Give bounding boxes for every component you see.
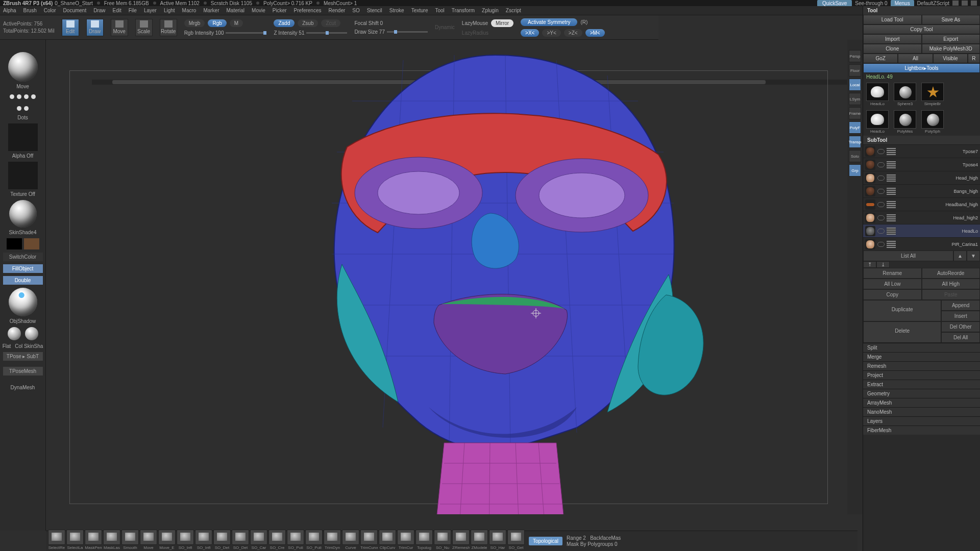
menu-color[interactable]: Color: [44, 8, 56, 13]
shelf-brush-23[interactable]: ZModele: [471, 530, 488, 550]
color-swatches[interactable]: [7, 238, 39, 249]
mirror-toggle[interactable]: Mirror: [491, 19, 513, 27]
fibermesh-section[interactable]: FiberMesh: [863, 425, 980, 435]
menu-preferences[interactable]: Preferences: [294, 8, 322, 13]
subtool-row[interactable]: Tpose4: [863, 158, 980, 171]
stroke-thumb[interactable]: [9, 92, 37, 113]
subtool-row[interactable]: Head_high2: [863, 211, 980, 224]
remesh-section[interactable]: Remesh: [863, 361, 980, 370]
make-polymesh-button[interactable]: Make PolyMesh3D: [922, 44, 981, 54]
menu-stencil[interactable]: Stencil: [367, 8, 382, 13]
eye-icon[interactable]: [877, 229, 885, 234]
append-button[interactable]: Append: [941, 300, 980, 311]
menu-edit[interactable]: Edit: [113, 8, 121, 13]
menu-layer[interactable]: Layer: [144, 8, 157, 13]
layers-section[interactable]: Layers: [863, 416, 980, 425]
shelf-brush-17[interactable]: TrimCurve: [360, 530, 378, 550]
menu-zscript[interactable]: Zscript: [506, 8, 521, 13]
persp-toggle[interactable]: Persp: [849, 50, 861, 62]
shelf-brush-11[interactable]: SO_Car: [250, 530, 267, 550]
move-down-button[interactable]: ▼: [967, 251, 980, 261]
save-as-button[interactable]: Save As: [922, 15, 981, 24]
double-button[interactable]: Double: [3, 276, 43, 285]
move-bottom-button[interactable]: ⤓: [876, 261, 890, 268]
subtool-row[interactable]: Head_high: [863, 171, 980, 184]
shelf-brush-4[interactable]: Smooth: [121, 530, 139, 550]
eye-icon[interactable]: [877, 176, 885, 181]
switchcolor-button[interactable]: SwitchColor: [3, 253, 43, 261]
menu-movie[interactable]: Movie: [252, 8, 265, 13]
tpose-subt-button[interactable]: TPose ▸ SubT: [3, 352, 43, 361]
preview-balls[interactable]: [8, 327, 38, 340]
sym-z-toggle[interactable]: >Z<: [564, 29, 582, 37]
menu-transform[interactable]: Transform: [452, 8, 475, 13]
shelf-brush-14[interactable]: SO_Poli: [305, 530, 323, 550]
duplicate-button[interactable]: Duplicate: [863, 300, 941, 321]
eye-icon[interactable]: [877, 189, 885, 194]
menu-so[interactable]: SO: [352, 8, 359, 13]
eye-icon[interactable]: [877, 149, 885, 154]
eye-icon[interactable]: [877, 202, 885, 207]
material-thumb[interactable]: [9, 200, 37, 228]
focal-shift-slider[interactable]: Focal Shift 0: [354, 20, 427, 26]
floor-toggle[interactable]: Floor: [849, 64, 861, 77]
goz-button[interactable]: GoZ: [863, 54, 898, 63]
shelf-brush-16[interactable]: Curve: [342, 530, 359, 550]
del-other-button[interactable]: Del Other: [941, 321, 980, 332]
goz-all-button[interactable]: All: [898, 54, 933, 63]
subtool-row[interactable]: Headband_high: [863, 197, 980, 211]
local-toggle[interactable]: Local: [849, 79, 861, 91]
menus-toggle[interactable]: Menus: [891, 0, 914, 7]
tool-thumb-2[interactable]: SimpleBr: [920, 83, 945, 106]
shelf-brush-6[interactable]: Move_E: [158, 530, 176, 550]
menu-light[interactable]: Light: [164, 8, 175, 13]
rename-button[interactable]: Rename: [863, 268, 922, 279]
shadow-thumb[interactable]: [9, 288, 37, 316]
move-top-button[interactable]: ⤒: [863, 261, 876, 268]
subtool-header[interactable]: SubTool: [863, 136, 980, 144]
shelf-brush-19[interactable]: TrimCur: [397, 530, 414, 550]
edit-mode-button[interactable]: Edit: [62, 19, 79, 36]
tool-thumb-1[interactable]: Sphere3: [893, 83, 917, 106]
shelf-brush-21[interactable]: SO_Nu: [434, 530, 451, 550]
lsym-toggle[interactable]: LSym: [849, 93, 861, 105]
delete-button[interactable]: Delete: [863, 321, 941, 343]
tool-thumb-0[interactable]: HeadLo: [865, 83, 890, 106]
all-high-button[interactable]: All High: [922, 279, 981, 289]
shelf-brush-10[interactable]: SO_Det: [232, 530, 249, 550]
shelf-brush-2[interactable]: MaskPen: [85, 530, 102, 550]
project-section[interactable]: Project: [863, 370, 980, 380]
eye-icon[interactable]: [877, 215, 885, 220]
shelf-brush-15[interactable]: TrimDyn: [324, 530, 341, 550]
eye-icon[interactable]: [877, 162, 885, 167]
menu-brush[interactable]: Brush: [23, 8, 37, 13]
subtool-row[interactable]: Tpose7: [863, 144, 980, 158]
menu-zplugin[interactable]: Zplugin: [482, 8, 499, 13]
autoreorder-button[interactable]: AutoReorde: [922, 268, 981, 279]
rgb-intensity-slider[interactable]: Rgb Intensity 100: [184, 30, 267, 36]
subtool-row[interactable]: Bangs_high: [863, 184, 980, 197]
nanomesh-section[interactable]: NanoMesh: [863, 407, 980, 416]
zsub-toggle[interactable]: Zsub: [298, 19, 318, 27]
shelf-brush-20[interactable]: Topolog: [415, 530, 433, 550]
grp-toggle[interactable]: Grp: [849, 164, 861, 177]
extract-section[interactable]: Extract: [863, 380, 980, 389]
all-low-button[interactable]: All Low: [863, 279, 922, 289]
solo-toggle[interactable]: Solo: [849, 150, 861, 162]
texture-thumb[interactable]: [8, 162, 38, 189]
goz-r-button[interactable]: R: [968, 54, 980, 63]
shelf-brush-8[interactable]: SO_Infl: [195, 530, 212, 550]
shelf-brush-18[interactable]: ClipCurv: [379, 530, 396, 550]
menu-alpha[interactable]: Alpha: [3, 8, 16, 13]
tool-thumb-4[interactable]: PolyMes: [893, 110, 917, 134]
tool-header[interactable]: Tool: [863, 6, 980, 15]
goz-visible-button[interactable]: Visible: [933, 54, 968, 63]
menu-marker[interactable]: Marker: [203, 8, 219, 13]
insert-button[interactable]: Insert: [941, 311, 980, 321]
shelf-brush-24[interactable]: SO_Har: [489, 530, 506, 550]
shelf-brush-0[interactable]: SelectRe: [48, 530, 65, 550]
export-button[interactable]: Export: [922, 34, 981, 44]
m-toggle[interactable]: M: [230, 19, 243, 27]
menu-stroke[interactable]: Stroke: [389, 8, 404, 13]
shelf-brush-9[interactable]: SO_Det: [213, 530, 231, 550]
